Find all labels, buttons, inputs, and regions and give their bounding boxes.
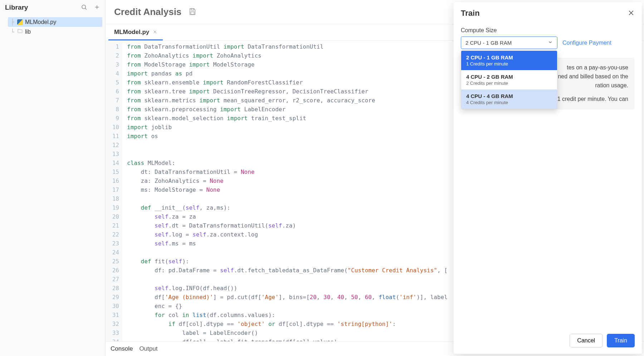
sidebar-title: Library bbox=[5, 4, 28, 11]
compute-size-dropdown: 2 CPU - 1 GB RAM 1 Credits per minute 4 … bbox=[461, 50, 557, 109]
tree-item-label: lib bbox=[25, 29, 31, 35]
close-tab-icon[interactable] bbox=[153, 29, 157, 36]
page-title: Credit Analysis bbox=[114, 6, 181, 18]
sidebar-header-actions bbox=[81, 4, 100, 11]
sidebar-header: Library bbox=[0, 0, 105, 16]
panel-footer: Cancel Train bbox=[461, 334, 635, 347]
tree-branch-icon: └ bbox=[10, 29, 15, 35]
compute-size-select[interactable]: 2 CPU - 1 GB RAM bbox=[461, 36, 557, 49]
select-value: 2 CPU - 1 GB RAM bbox=[465, 40, 512, 46]
compute-size-label: Compute Size bbox=[461, 27, 635, 34]
panel-header: Train bbox=[461, 9, 635, 18]
dropdown-option-sub: 2 Credits per minute bbox=[466, 81, 552, 86]
dropdown-option-title: 4 CPU - 4 GB RAM bbox=[466, 93, 552, 99]
save-icon[interactable] bbox=[189, 8, 196, 16]
close-panel-icon[interactable] bbox=[628, 9, 635, 18]
dropdown-option-title: 4 CPU - 2 GB RAM bbox=[466, 74, 552, 80]
dropdown-option-1[interactable]: 2 CPU - 1 GB RAM 1 Credits per minute bbox=[461, 51, 557, 70]
tree-item-lib[interactable]: └ lib bbox=[8, 27, 102, 37]
dropdown-option-sub: 1 Credits per minute bbox=[466, 61, 552, 67]
svg-point-0 bbox=[82, 5, 86, 9]
train-panel: Train Compute Size 2 CPU - 1 GB RAM Conf… bbox=[454, 2, 642, 354]
line-gutter: 1234567891011121314151617181920212223242… bbox=[106, 41, 123, 341]
python-file-icon bbox=[17, 19, 23, 25]
svg-line-1 bbox=[85, 8, 86, 9]
dropdown-option-2[interactable]: 4 CPU - 2 GB RAM 2 Credits per minute bbox=[461, 70, 557, 89]
add-icon[interactable] bbox=[94, 4, 100, 11]
tree-item-mlmodel[interactable]: ├ MLModel.py bbox=[8, 17, 102, 27]
tab-output[interactable]: Output bbox=[139, 345, 157, 352]
dropdown-option-sub: 4 Credits per minute bbox=[466, 100, 552, 105]
dropdown-option-3[interactable]: 4 CPU - 4 GB RAM 4 Credits per minute bbox=[461, 89, 557, 109]
library-sidebar: Library ├ MLModel.py └ lib bbox=[0, 0, 106, 356]
tree-branch-icon: ├ bbox=[10, 19, 15, 25]
configure-payment-link[interactable]: Configure Payment bbox=[562, 40, 611, 46]
tree-item-label: MLModel.py bbox=[25, 19, 56, 25]
panel-title: Train bbox=[461, 9, 480, 18]
tab-label: MLModel.py bbox=[114, 29, 149, 36]
svg-rect-5 bbox=[191, 12, 194, 14]
dropdown-option-title: 2 CPU - 1 GB RAM bbox=[466, 54, 552, 60]
search-icon[interactable] bbox=[81, 4, 87, 11]
file-tree: ├ MLModel.py └ lib bbox=[0, 16, 105, 38]
chevron-down-icon bbox=[548, 40, 553, 46]
folder-icon bbox=[17, 28, 23, 35]
tab-console[interactable]: Console bbox=[111, 345, 133, 352]
svg-rect-4 bbox=[191, 9, 194, 10]
cancel-button[interactable]: Cancel bbox=[570, 334, 602, 347]
tab-mlmodel[interactable]: MLModel.py bbox=[108, 24, 163, 40]
compute-size-row: 2 CPU - 1 GB RAM Configure Payment bbox=[461, 36, 635, 49]
train-button[interactable]: Train bbox=[607, 334, 635, 347]
